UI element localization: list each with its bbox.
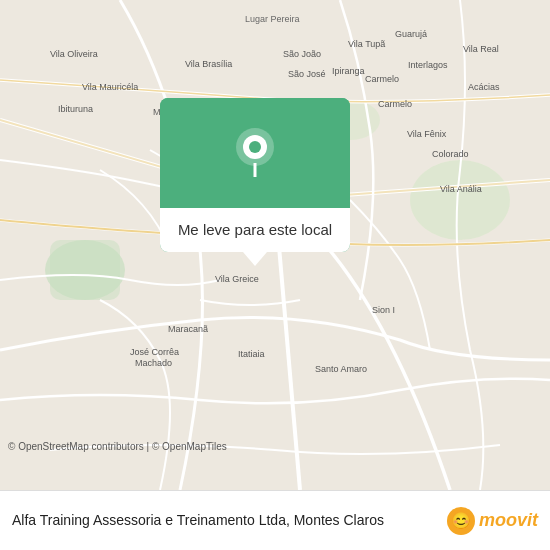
- svg-text:Vila Brasília: Vila Brasília: [185, 59, 232, 69]
- svg-text:São João: São João: [283, 49, 321, 59]
- svg-text:Vila Oliveira: Vila Oliveira: [50, 49, 98, 59]
- tooltip-text-area: Me leve para este local: [160, 208, 350, 252]
- svg-text:José Corrêa: José Corrêa: [130, 347, 179, 357]
- map-tooltip[interactable]: Me leve para este local: [160, 98, 350, 252]
- bottom-bar: Alfa Training Assessoria e Treinamento L…: [0, 490, 550, 550]
- svg-point-38: [249, 141, 261, 153]
- svg-text:Itatiaia: Itatiaia: [238, 349, 265, 359]
- svg-text:Carmelo: Carmelo: [365, 74, 399, 84]
- svg-text:Vila Fênix: Vila Fênix: [407, 129, 447, 139]
- svg-text:Vila Tupã: Vila Tupã: [348, 39, 385, 49]
- tooltip-pin-area: [160, 98, 350, 208]
- svg-text:Maracanã: Maracanã: [168, 324, 208, 334]
- svg-text:Ibituruna: Ibituruna: [58, 104, 93, 114]
- svg-text:Ipiranga: Ipiranga: [332, 66, 365, 76]
- svg-text:Colorado: Colorado: [432, 149, 469, 159]
- location-pin-icon: [232, 125, 278, 181]
- svg-text:Vila Greice: Vila Greice: [215, 274, 259, 284]
- tooltip-label: Me leve para este local: [178, 221, 332, 238]
- map-attribution: © OpenStreetMap contributors | © OpenMap…: [8, 441, 227, 452]
- svg-text:Vila Anália: Vila Anália: [440, 184, 482, 194]
- svg-text:Acácias: Acácias: [468, 82, 500, 92]
- map-container[interactable]: Lugar Pereira Vila Oliveira Vila Brasíli…: [0, 0, 550, 490]
- svg-text:São José: São José: [288, 69, 326, 79]
- svg-text:Machado: Machado: [135, 358, 172, 368]
- place-name: Alfa Training Assessoria e Treinamento L…: [12, 511, 439, 529]
- svg-text:Santo Amaro: Santo Amaro: [315, 364, 367, 374]
- svg-text:Carmelo: Carmelo: [378, 99, 412, 109]
- moovit-logo: 😊 moovit: [447, 507, 538, 535]
- svg-rect-2: [50, 240, 120, 300]
- svg-text:Guarujá: Guarujá: [395, 29, 427, 39]
- moovit-text: moovit: [479, 510, 538, 531]
- svg-text:Sion I: Sion I: [372, 305, 395, 315]
- svg-text:Vila Mauricéla: Vila Mauricéla: [82, 82, 138, 92]
- moovit-face-icon: 😊: [447, 507, 475, 535]
- svg-text:Interlagos: Interlagos: [408, 60, 448, 70]
- svg-text:Vila Real: Vila Real: [463, 44, 499, 54]
- svg-text:Lugar Pereira: Lugar Pereira: [245, 14, 300, 24]
